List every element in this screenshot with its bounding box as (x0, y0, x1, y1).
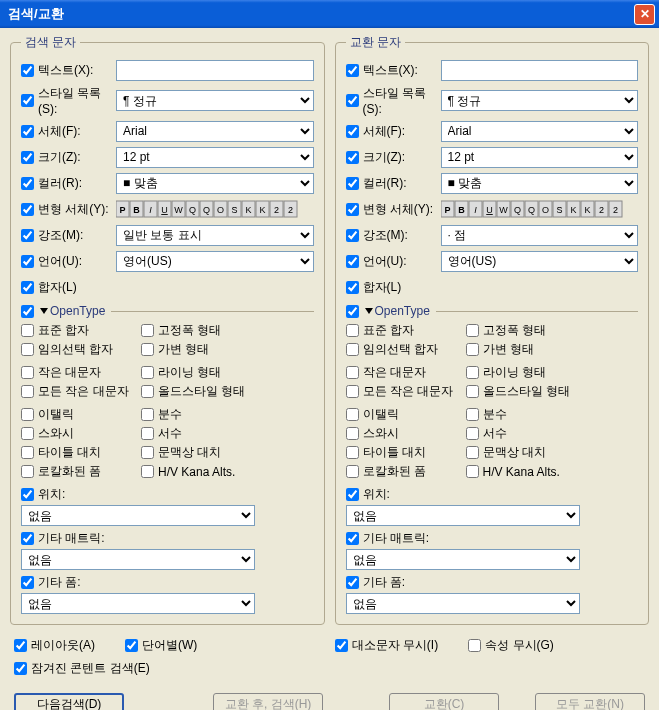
s-standard-lig-check[interactable] (21, 324, 34, 337)
s-oldstyle-check[interactable] (141, 385, 154, 398)
replace-size-check[interactable] (346, 151, 359, 164)
s-metrics-select[interactable]: 없음 (21, 549, 255, 570)
search-stylelist-check[interactable] (21, 94, 34, 107)
search-font-check[interactable] (21, 125, 34, 138)
r-ordinals-check[interactable] (466, 427, 479, 440)
replace-size-select[interactable]: 12 pt (441, 147, 639, 168)
search-ligatures-check[interactable] (21, 281, 34, 294)
s-disc-lig-check[interactable] (21, 343, 34, 356)
replace-emphasis-select[interactable]: · 점 (441, 225, 639, 246)
r-italic-check[interactable] (346, 408, 359, 421)
s-allsmallcaps-label: 모든 작은 대문자 (38, 383, 129, 400)
replace-ligatures-label: 합자(L) (363, 279, 402, 296)
replace-color-check[interactable] (346, 177, 359, 190)
replace-text-check[interactable] (346, 64, 359, 77)
search-size-check[interactable] (21, 151, 34, 164)
replace-stylelist-select[interactable]: ¶ 정규 (441, 90, 639, 111)
s-italic-check[interactable] (21, 408, 34, 421)
replace-button[interactable]: 교환(C) (389, 693, 499, 710)
replace-typeface-check[interactable] (346, 203, 359, 216)
ignoreattrs-check[interactable] (468, 639, 481, 652)
r-contextual-check[interactable] (466, 446, 479, 459)
replace-all-button[interactable]: 모두 교환(N) (535, 693, 645, 710)
replace-ligatures-check[interactable] (346, 281, 359, 294)
r-proportional-check[interactable] (466, 343, 479, 356)
search-font-select[interactable]: Arial (116, 121, 314, 142)
s-metrics-check[interactable] (21, 532, 34, 545)
s-position-check[interactable] (21, 488, 34, 501)
r-oldstyle-check[interactable] (466, 385, 479, 398)
replace-font-select[interactable]: Arial (441, 121, 639, 142)
r-allsmallcaps-check[interactable] (346, 385, 359, 398)
s-metrics-label: 기타 매트릭: (38, 530, 105, 547)
s-localized-check[interactable] (21, 465, 34, 478)
search-language-select[interactable]: 영어(US) (116, 251, 314, 272)
s-fractions-check[interactable] (141, 408, 154, 421)
r-tabular-label: 고정폭 형태 (483, 322, 546, 339)
replace-color-select[interactable]: ■ 맞춤 (441, 173, 639, 194)
search-stylelist-select[interactable]: ¶ 정규 (116, 90, 314, 111)
search-text-input[interactable] (116, 60, 314, 81)
replace-stylelist-check[interactable] (346, 94, 359, 107)
s-hvkana-check[interactable] (141, 465, 154, 478)
r-titling-check[interactable] (346, 446, 359, 459)
s-allsmallcaps-check[interactable] (21, 385, 34, 398)
search-emphasis-select[interactable]: 일반 보통 표시 (116, 225, 314, 246)
search-emphasis-check[interactable] (21, 229, 34, 242)
s-swash-check[interactable] (21, 427, 34, 440)
s-form-check[interactable] (21, 576, 34, 589)
wordonly-check[interactable] (125, 639, 138, 652)
search-size-select[interactable]: 12 pt (116, 147, 314, 168)
s-smallcaps-check[interactable] (21, 366, 34, 379)
r-smallcaps-check[interactable] (346, 366, 359, 379)
replace-font-label: 서체(F): (363, 123, 406, 140)
hiddencontent-check[interactable] (14, 662, 27, 675)
replace-typeface-buttons[interactable]: P B I U W Q Q O S K K 2 2 (441, 200, 639, 218)
s-lining-check[interactable] (141, 366, 154, 379)
search-typeface-check[interactable] (21, 203, 34, 216)
r-position-select[interactable]: 없음 (346, 505, 580, 526)
search-color-check[interactable] (21, 177, 34, 190)
r-form-check[interactable] (346, 576, 359, 589)
s-tabular-check[interactable] (141, 324, 154, 337)
replace-language-check[interactable] (346, 255, 359, 268)
layout-check[interactable] (14, 639, 27, 652)
search-text-check[interactable] (21, 64, 34, 77)
r-swash-check[interactable] (346, 427, 359, 440)
r-standard-lig-check[interactable] (346, 324, 359, 337)
r-titling-label: 타이틀 대치 (363, 444, 426, 461)
s-titling-label: 타이틀 대치 (38, 444, 101, 461)
s-position-select[interactable]: 없음 (21, 505, 255, 526)
search-font-label: 서체(F): (38, 123, 81, 140)
s-position-label: 위치: (38, 486, 65, 503)
r-fractions-check[interactable] (466, 408, 479, 421)
search-opentype-check[interactable] (21, 305, 34, 318)
r-position-check[interactable] (346, 488, 359, 501)
s-ordinals-check[interactable] (141, 427, 154, 440)
replace-find-button[interactable]: 교환 후, 검색(H) (213, 693, 323, 710)
r-metrics-check[interactable] (346, 532, 359, 545)
replace-opentype-check[interactable] (346, 305, 359, 318)
svg-text:P: P (119, 205, 125, 215)
r-disc-lig-check[interactable] (346, 343, 359, 356)
s-titling-check[interactable] (21, 446, 34, 459)
replace-font-check[interactable] (346, 125, 359, 138)
s-contextual-check[interactable] (141, 446, 154, 459)
replace-emphasis-check[interactable] (346, 229, 359, 242)
r-hvkana-check[interactable] (466, 465, 479, 478)
r-form-select[interactable]: 없음 (346, 593, 580, 614)
search-language-check[interactable] (21, 255, 34, 268)
ignorecase-check[interactable] (335, 639, 348, 652)
find-next-button[interactable]: 다음검색(D) (14, 693, 124, 710)
replace-language-select[interactable]: 영어(US) (441, 251, 639, 272)
search-typeface-buttons[interactable]: P B I U W Q Q O S K K 2 2 (116, 200, 314, 218)
search-color-select[interactable]: ■ 맞춤 (116, 173, 314, 194)
s-form-select[interactable]: 없음 (21, 593, 255, 614)
r-localized-check[interactable] (346, 465, 359, 478)
r-metrics-select[interactable]: 없음 (346, 549, 580, 570)
r-tabular-check[interactable] (466, 324, 479, 337)
s-proportional-check[interactable] (141, 343, 154, 356)
r-lining-check[interactable] (466, 366, 479, 379)
close-button[interactable]: ✕ (634, 4, 655, 25)
replace-text-input[interactable] (441, 60, 639, 81)
